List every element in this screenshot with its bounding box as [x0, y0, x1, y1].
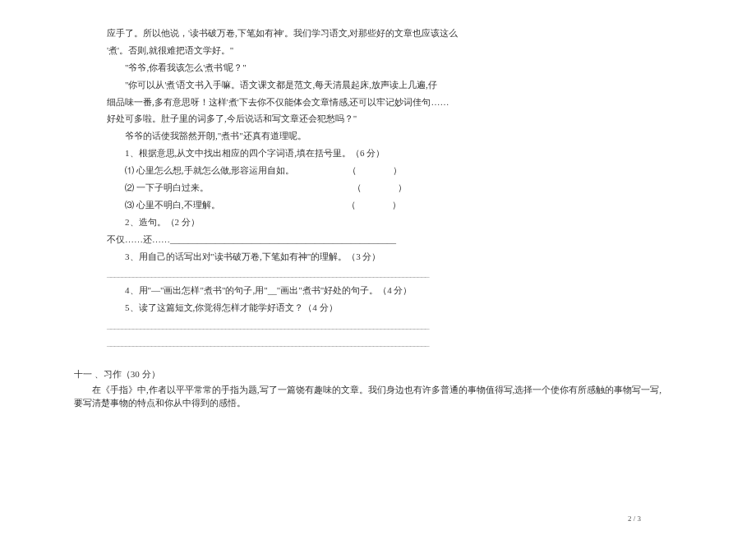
q1-i2-paren: （ ）	[334, 179, 407, 196]
passage-line-2: '煮'。否则,就很难把语文学好。"	[107, 42, 666, 59]
question-1-item-3: ⑶ 心里不明白,不理解。 （ ）	[107, 196, 666, 214]
section-11-content: 在《手指》中,作者以平平常常的手指为题,写了一篇饶有趣味的文章。我们身边也有许多…	[74, 383, 666, 410]
q1-i1-text: ⑴ 心里怎么想,手就怎么做,形容运用自如。	[125, 165, 294, 175]
document-page: 应手了。所以他说，'读书破万卷,下笔如有神'。我们学习语文,对那些好的文章也应该…	[0, 0, 756, 427]
question-1-item-2: ⑵ 一下子明白过来。 （ ）	[107, 179, 666, 196]
passage-line-5: 细品味一番,多有意思呀！这样'煮'下去你不仅能体会文章情感,还可以牢记妙词佳句……	[107, 94, 666, 111]
question-1-item-1: ⑴ 心里怎么想,手就怎么做,形容运用自如。 （ ）	[107, 162, 666, 179]
q2-blank: ________________________________________…	[170, 234, 396, 244]
question-2: 2、造句。（2 分）	[107, 214, 666, 231]
q1-i2-text: ⑵ 一下子明白过来。	[125, 182, 209, 192]
passage-line-7: 爷爷的话使我豁然开朗,"煮书"还真有道理呢。	[107, 127, 666, 145]
passage-line-3: "爷爷,你看我该怎么'煮书'呢？"	[107, 59, 666, 76]
page-number: 2 / 3	[628, 514, 641, 523]
question-2-prompt: 不仅……还……_________________________________…	[107, 231, 666, 248]
q1-i1-paren: （ ）	[330, 162, 402, 179]
q2-prompt-text: 不仅……还……	[107, 234, 170, 244]
question-3: 3、用自己的话写出对"读书破万卷,下笔如有神"的理解。（3 分）	[107, 248, 666, 265]
q5-answer-line-1: ________________________________________…	[107, 316, 666, 334]
question-4: 4、用"—"画出怎样"煮书"的句子,用"__"画出"煮书"好处的句子。（4 分）	[107, 282, 666, 299]
q1-i3-text: ⑶ 心里不明白,不理解。	[125, 200, 220, 210]
q1-i3-paren: （ ）	[329, 196, 401, 214]
q5-answer-line-2: ________________________________________…	[107, 334, 666, 351]
passage-line-6: 好处可多啦。肚子里的词多了,今后说话和写文章还会犯愁吗？"	[107, 110, 666, 127]
passage-line-1: 应手了。所以他说，'读书破万卷,下笔如有神'。我们学习语文,对那些好的文章也应该…	[107, 25, 666, 42]
question-5: 5、读了这篇短文,你觉得怎样才能学好语文？（4 分）	[107, 299, 666, 316]
section-11-title: 十一 、习作（30 分）	[74, 366, 666, 383]
passage-line-4: "你可以从'煮'语文书入手嘛。语文课文都是范文,每天清晨起床,放声读上几遍,仔	[107, 76, 666, 94]
question-1: 1、根据意思,从文中找出相应的四个字词语,填在括号里。（6 分）	[107, 145, 666, 162]
q3-answer-line: ________________________________________…	[107, 265, 666, 282]
